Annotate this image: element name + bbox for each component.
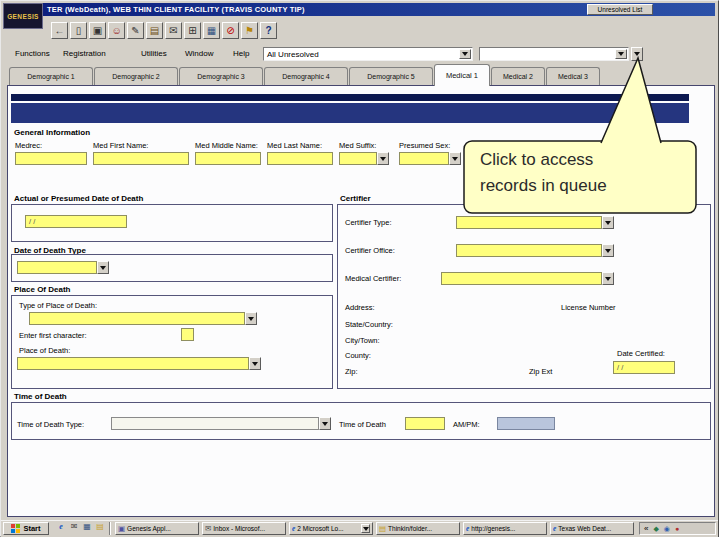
taskbar-task-folder[interactable]: ▤ Thinkin/folder...	[376, 522, 460, 535]
start-label: Start	[23, 524, 40, 533]
presumed-sex-label: Presumed Sex:	[399, 141, 450, 150]
taskbar-task-microsoft-group[interactable]: e 2 Microsoft Lo...	[289, 522, 373, 535]
med-last-name-field[interactable]	[267, 152, 333, 165]
chevron-down-icon[interactable]	[361, 524, 370, 533]
mail-icon[interactable]: ✉	[68, 522, 80, 535]
certifier-office-field[interactable]	[456, 244, 602, 257]
taskbar-task-genesis-web[interactable]: e http://genesis...	[463, 522, 547, 535]
copy-icon[interactable]: ▣	[89, 22, 106, 39]
callout-text: Click to access records in queue	[480, 147, 607, 199]
chevron-down-icon[interactable]	[602, 272, 614, 285]
license-number-label: License Number	[561, 303, 616, 312]
address-label: Address:	[345, 303, 375, 312]
genesis-logo: GENESIS	[3, 3, 43, 29]
callout-line-2: records in queue	[480, 173, 607, 199]
calculator-icon[interactable]: ⊞	[184, 22, 201, 39]
tab-demographic-1[interactable]: Demographic 1	[9, 67, 93, 85]
type-of-place-label: Type of Place of Death:	[19, 301, 97, 310]
tab-demographic-5[interactable]: Demographic 5	[349, 67, 433, 85]
time-of-death-type-field[interactable]	[111, 417, 319, 430]
time-of-death-label: Time of Death	[339, 420, 386, 429]
certifier-type-label: Certifier Type:	[345, 218, 392, 227]
desktop-icon[interactable]: ▦	[81, 522, 93, 535]
med-first-name-field[interactable]	[93, 152, 189, 165]
menu-window[interactable]: Window	[185, 49, 213, 58]
place-of-death-field[interactable]	[17, 357, 249, 370]
tab-demographic-2[interactable]: Demographic 2	[94, 67, 178, 85]
edit-icon[interactable]: ✎	[127, 22, 144, 39]
certifier-office-label: Certifier Office:	[345, 246, 395, 255]
new-document-icon[interactable]: ▯	[70, 22, 87, 39]
chart-icon[interactable]: ▦	[203, 22, 220, 39]
place-of-death-group-title: Place Of Death	[14, 285, 70, 294]
task-label: http://genesis...	[471, 525, 515, 532]
help-icon[interactable]: ?	[260, 22, 277, 39]
queue-filter-combobox[interactable]: All Unresolved	[263, 47, 473, 61]
ampm-label: AM/PM:	[453, 420, 480, 429]
menu-help[interactable]: Help	[233, 49, 249, 58]
taskbar-task-genesis[interactable]: ▣ Genesis Appl...	[115, 522, 199, 535]
ampm-field[interactable]	[497, 417, 555, 430]
task-label: Genesis Appl...	[127, 525, 171, 532]
block-icon[interactable]: ⊘	[222, 22, 239, 39]
collapse-chevron-icon[interactable]: «	[644, 524, 648, 533]
type-of-place-field[interactable]	[29, 312, 245, 325]
chevron-down-icon[interactable]	[377, 152, 389, 165]
flag-icon[interactable]: ⚑	[241, 22, 258, 39]
tab-demographic-4[interactable]: Demographic 4	[264, 67, 348, 85]
med-first-name-label: Med First Name:	[93, 141, 148, 150]
application-window: GENESIS TER (WebDeath), WEB THIN CLIENT …	[0, 0, 719, 537]
unresolved-list-button[interactable]: Unresolved List	[587, 4, 653, 15]
zip-ext-label: Zip Ext	[529, 367, 552, 376]
first-character-field[interactable]	[181, 328, 194, 341]
state-country-label: State/Country:	[345, 320, 393, 329]
tab-demographic-3[interactable]: Demographic 3	[179, 67, 263, 85]
med-middle-name-field[interactable]	[195, 152, 261, 165]
windows-logo-icon	[11, 524, 20, 533]
network-icon[interactable]: ◆	[653, 525, 658, 533]
chevron-down-icon[interactable]	[319, 417, 331, 430]
mail-icon[interactable]: ✉	[165, 22, 182, 39]
zip-label: Zip:	[345, 367, 358, 376]
task-label: Thinkin/folder...	[388, 525, 432, 532]
medical-certifier-field[interactable]	[441, 272, 602, 285]
taskbar-task-texas-web[interactable]: e Texas Web Deat...	[550, 522, 634, 535]
general-information-title: General Information	[14, 128, 90, 137]
date-of-death-field[interactable]: / /	[25, 215, 127, 228]
person-icon[interactable]: ☺	[108, 22, 125, 39]
ie-icon[interactable]: e	[55, 522, 67, 535]
medrec-label: Medrec:	[15, 141, 42, 150]
time-of-death-field[interactable]	[405, 417, 445, 430]
med-suffix-field[interactable]	[339, 152, 377, 165]
menu-registration[interactable]: Registration	[63, 49, 106, 58]
ie-icon: e	[292, 524, 295, 533]
chevron-down-icon[interactable]	[249, 357, 261, 370]
window-title: TER (WebDeath), WEB THIN CLIENT FACILITY…	[47, 5, 305, 14]
menu-functions[interactable]: Functions	[15, 49, 50, 58]
ie-icon: e	[553, 524, 556, 533]
chevron-down-icon[interactable]	[245, 312, 257, 325]
folder-icon[interactable]: ▤	[94, 522, 106, 535]
app-icon: ▣	[118, 524, 125, 533]
task-label: Inbox - Microsof...	[213, 525, 265, 532]
task-label: Texas Web Deat...	[558, 525, 611, 532]
callout-line-1: Click to access	[480, 147, 607, 173]
volume-icon[interactable]: ◉	[664, 525, 670, 533]
date-certified-field[interactable]: / /	[613, 361, 675, 374]
chevron-down-icon[interactable]	[97, 261, 109, 274]
taskbar-divider	[109, 522, 111, 535]
chevron-down-icon[interactable]	[602, 244, 614, 257]
taskbar-task-inbox[interactable]: ✉ Inbox - Microsof...	[202, 522, 286, 535]
menu-utilities[interactable]: Utilities	[141, 49, 167, 58]
medical-certifier-label: Medical Certifier:	[345, 274, 401, 283]
books-icon[interactable]: ▤	[146, 22, 163, 39]
start-button[interactable]: Start	[3, 522, 49, 535]
date-of-death-type-field[interactable]	[17, 261, 97, 274]
back-icon[interactable]: ←	[51, 22, 68, 39]
mail-icon: ✉	[205, 524, 211, 533]
clock-icon[interactable]: ●	[675, 525, 679, 532]
med-last-name-label: Med Last Name:	[267, 141, 322, 150]
medrec-field[interactable]	[15, 152, 87, 165]
time-of-death-group-title: Time of Death	[14, 392, 67, 401]
presumed-sex-field[interactable]	[399, 152, 449, 165]
